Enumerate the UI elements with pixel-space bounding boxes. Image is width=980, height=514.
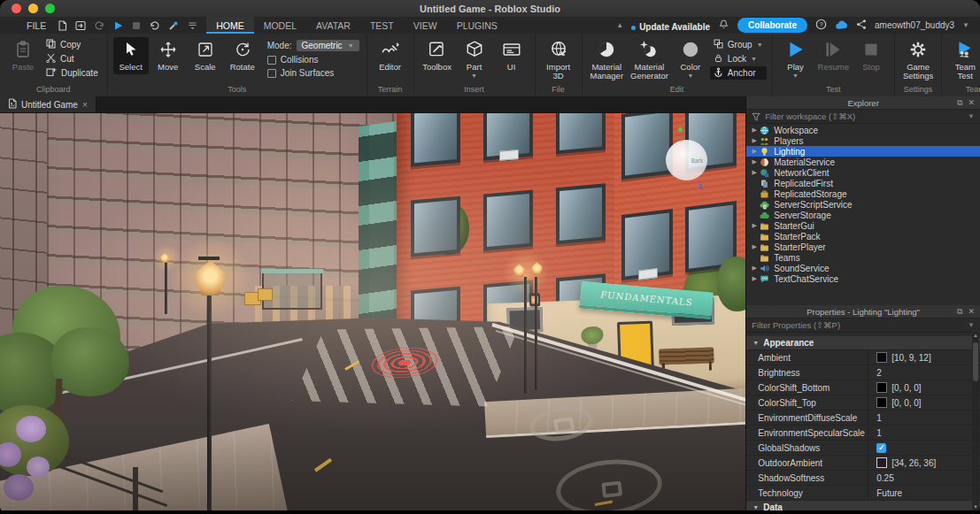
3d-viewport[interactable]: FUNDAMENTALS Bark 2 xyxy=(0,113,745,510)
properties-section-header[interactable]: ▼ Data xyxy=(746,501,980,510)
expand-arrow-icon[interactable]: ▶ xyxy=(750,148,759,155)
open-place-icon[interactable] xyxy=(75,20,86,31)
popout-panel-icon[interactable]: ⧉ xyxy=(957,99,962,107)
property-row[interactable]: OutdoorAmbient [34, 26, 36] xyxy=(746,456,980,471)
tab-plugins[interactable]: PLUGINS xyxy=(447,17,507,34)
property-row[interactable]: EnvironmentDiffuseScale 1 xyxy=(746,410,980,426)
property-row[interactable]: GlobalShadows ✓ xyxy=(746,441,980,456)
filter-dropdown-icon[interactable]: ▼ xyxy=(968,321,975,329)
explorer-item-serverstorage[interactable]: ServerStorage xyxy=(746,210,980,220)
stop-button[interactable]: Stop xyxy=(853,37,889,74)
expand-arrow-icon[interactable]: ▶ xyxy=(750,222,759,229)
expand-arrow-icon[interactable]: ▶ xyxy=(750,158,759,165)
properties-section-header[interactable]: ▼ Appearance xyxy=(746,336,980,350)
stop-icon[interactable] xyxy=(131,20,142,31)
expand-arrow-icon[interactable]: ▶ xyxy=(750,275,759,282)
user-account[interactable]: ameowth07_buddy3 xyxy=(875,20,954,30)
chevron-down-icon[interactable]: ▼ xyxy=(962,21,969,29)
tab-model[interactable]: MODEL xyxy=(254,17,306,34)
game-settings-button[interactable]: Game Settings xyxy=(900,37,936,83)
property-row[interactable]: ShadowSoftness 0.25 xyxy=(746,471,980,486)
part-button[interactable]: Part ▼ xyxy=(457,37,492,81)
duplicate-button[interactable]: Duplicate xyxy=(42,66,102,80)
cut-button[interactable]: Cut xyxy=(42,52,102,65)
property-row[interactable]: Ambient [10, 9, 12] xyxy=(746,350,980,365)
collisions-checkbox[interactable]: Collisions xyxy=(267,55,359,65)
properties-scrollbar[interactable]: ▲▼ xyxy=(972,332,979,510)
customize-toolbar-icon[interactable] xyxy=(187,20,197,31)
terrain-editor-button[interactable]: Editor xyxy=(373,37,408,74)
explorer-item-textchatservice[interactable]: ▶ TextChatService xyxy=(746,273,980,284)
plugins-icon[interactable] xyxy=(168,20,179,31)
explorer-item-startergui[interactable]: ▶ StarterGui xyxy=(746,220,980,231)
explorer-item-starterpack[interactable]: StarterPack xyxy=(746,231,980,242)
explorer-item-networkclient[interactable]: ▶ NetworkClient xyxy=(746,167,980,178)
play-button[interactable]: Play ▼ xyxy=(778,37,814,81)
group-button[interactable]: Group▼ xyxy=(710,38,767,51)
doc-tab-untitled-game[interactable]: Untitled Game × xyxy=(0,96,96,112)
property-row[interactable]: ColorShift_Top [0, 0, 0] xyxy=(746,395,980,410)
file-menu[interactable]: FILE xyxy=(0,17,57,34)
update-available[interactable]: Update Available xyxy=(631,18,710,34)
chevron-up-icon[interactable]: ▲ xyxy=(616,21,623,29)
filter-dropdown-icon[interactable]: ▼ xyxy=(968,112,975,120)
help-icon[interactable]: ? xyxy=(815,18,827,34)
new-file-icon[interactable] xyxy=(57,20,67,31)
color-swatch[interactable] xyxy=(876,382,887,393)
play-icon[interactable] xyxy=(112,20,123,31)
explorer-filter-input[interactable]: Filter workspace (⇧⌘X) ▼ xyxy=(746,110,980,124)
close-tab-icon[interactable]: × xyxy=(82,100,88,110)
join-surfaces-checkbox[interactable]: Join Surfaces xyxy=(267,68,359,78)
property-row[interactable]: Brightness 2 xyxy=(746,365,980,380)
undo-icon[interactable] xyxy=(150,20,160,31)
expand-arrow-icon[interactable]: ▶ xyxy=(750,137,759,144)
collaborate-button[interactable]: Collaborate xyxy=(737,18,807,33)
color-swatch[interactable] xyxy=(876,457,887,468)
properties-filter-input[interactable]: Filter Properties (⇧⌘P) ▼ xyxy=(746,318,980,333)
notifications-bell-icon[interactable] xyxy=(718,18,729,34)
property-row[interactable]: ColorShift_Bottom [0, 0, 0] xyxy=(746,380,980,395)
explorer-item-soundservice[interactable]: ▶ SoundService xyxy=(746,263,980,273)
lock-button[interactable]: Lock▼ xyxy=(710,52,767,65)
close-panel-icon[interactable]: ✕ xyxy=(968,308,975,316)
material-manager-button[interactable]: Material Manager xyxy=(588,37,627,83)
select-tool-button[interactable]: Select xyxy=(113,37,149,74)
explorer-item-teams[interactable]: Teams xyxy=(746,252,980,263)
expand-arrow-icon[interactable]: ▶ xyxy=(750,169,759,176)
move-tool-button[interactable]: Move xyxy=(150,37,186,74)
expand-arrow-icon[interactable]: ▶ xyxy=(750,243,759,250)
explorer-item-replicatedfirst[interactable]: ReplicatedFirst xyxy=(746,178,980,188)
explorer-item-starterplayer[interactable]: ▶ StarterPlayer xyxy=(746,242,980,252)
tab-avatar[interactable]: AVATAR xyxy=(306,17,360,34)
mode-dropdown[interactable]: Geometric▼ xyxy=(297,40,359,51)
expand-arrow-icon[interactable]: ▶ xyxy=(750,265,759,272)
ui-button[interactable]: UI xyxy=(494,37,529,74)
import-3d-button[interactable]: Import 3D xyxy=(541,37,576,83)
redo-icon[interactable] xyxy=(94,20,104,31)
close-panel-icon[interactable]: ✕ xyxy=(968,99,975,107)
property-row[interactable]: Technology Future xyxy=(746,486,980,501)
checkbox-globalshadows[interactable]: ✓ xyxy=(876,443,886,453)
color-swatch[interactable] xyxy=(876,397,887,408)
explorer-item-materialservice[interactable]: ▶ MaterialService xyxy=(746,157,980,167)
color-button[interactable]: Color ▼ xyxy=(673,37,708,81)
material-generator-button[interactable]: Material Generator xyxy=(628,37,671,83)
tab-view[interactable]: VIEW xyxy=(404,17,447,34)
popout-panel-icon[interactable]: ⧉ xyxy=(957,308,962,316)
cloud-sync-icon[interactable] xyxy=(835,18,848,34)
color-swatch[interactable] xyxy=(876,352,887,363)
copy-button[interactable]: Copy xyxy=(42,38,102,51)
team-test-button[interactable]: Team Test xyxy=(947,37,980,83)
explorer-item-workspace[interactable]: ▶ Workspace xyxy=(746,125,980,135)
toolbox-button[interactable]: Toolbox xyxy=(420,37,455,74)
paste-button[interactable]: Paste xyxy=(5,37,41,74)
anchor-button[interactable]: Anchor xyxy=(710,66,767,80)
tab-test[interactable]: TEST xyxy=(360,17,404,34)
rotate-tool-button[interactable]: Rotate xyxy=(225,37,260,74)
property-row[interactable]: EnvironmentSpecularScale 1 xyxy=(746,426,980,441)
scale-tool-button[interactable]: Scale xyxy=(188,37,223,74)
explorer-item-lighting[interactable]: ▶ Lighting xyxy=(746,146,980,157)
explorer-item-serverscriptservice[interactable]: ServerScriptService xyxy=(746,199,980,210)
tab-home[interactable]: HOME xyxy=(206,17,254,34)
share-icon[interactable] xyxy=(856,18,867,34)
